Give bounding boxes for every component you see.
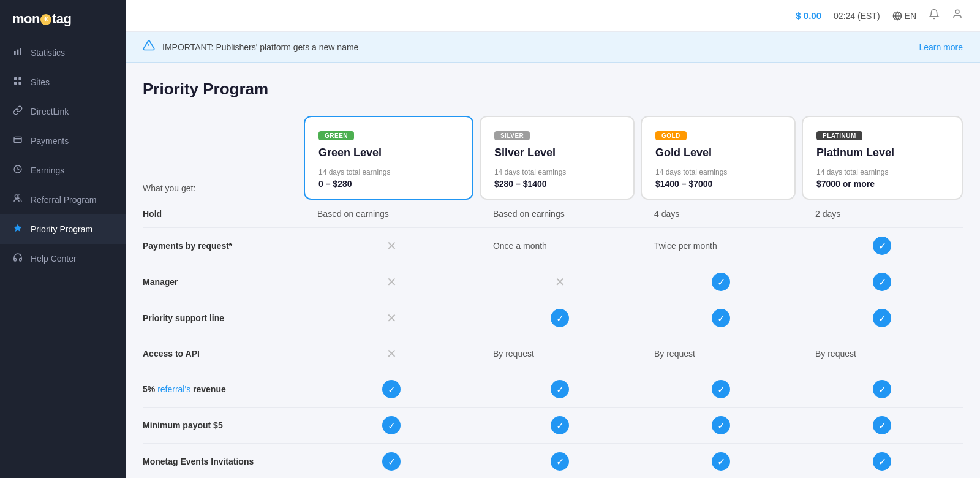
min-payout-label: Minimum payout $5 [143,408,304,444]
page-title: Priority Program [143,80,963,99]
sidebar-item-statistics-label: Statistics [31,48,65,58]
sidebar-item-payments[interactable]: Payments [0,126,126,156]
user-avatar[interactable] [952,9,963,23]
gold-events: ✓ [641,444,802,479]
time-display: 02:24 (EST) [834,11,880,21]
platinum-priority-support: ✓ [802,300,963,336]
notification-icon[interactable] [929,9,940,23]
green-payments-request: ✕ [304,228,480,264]
svg-rect-7 [14,137,21,142]
help-icon [12,252,23,265]
silver-referral-revenue: ✓ [480,371,641,408]
svg-marker-11 [13,224,21,232]
sidebar-item-earnings[interactable]: Earnings [0,156,126,185]
check-icon: ✓ [873,237,891,255]
green-level-name: Green Level [318,146,459,159]
green-manager: ✕ [304,264,480,300]
platinum-level-card: PLATINUM Platinum Level 14 days total ea… [802,116,963,200]
check-icon: ✓ [712,309,730,327]
silver-earnings-label: 14 days total earnings [494,168,620,176]
sidebar-item-help[interactable]: Help Center [0,244,126,273]
green-min-payout: ✓ [304,408,480,444]
sidebar-item-help-label: Help Center [31,254,77,264]
platinum-events: ✓ [802,444,963,479]
events-row: Monetag Events Invitations ✓ ✓ ✓ ✓ [143,444,963,479]
gold-api: By request [641,336,802,371]
platinum-manager: ✓ [802,264,963,300]
check-icon: ✓ [712,416,730,434]
gold-referral-revenue: ✓ [641,371,802,408]
green-badge: GREEN [318,131,354,140]
cross-icon: ✕ [383,345,400,362]
green-level-card: GREEN Green Level 14 days total earnings… [304,116,473,200]
green-level-header: GREEN Green Level 14 days total earnings… [304,116,480,200]
referral-revenue-label: 5% referral's revenue [143,371,304,408]
green-hold: Based on earnings [304,200,480,228]
green-earnings-value: 0 – $280 [318,179,459,189]
svg-rect-0 [14,51,16,55]
priority-table: What you get: GREEN Green Level 14 days … [143,116,963,478]
sidebar-item-payments-label: Payments [31,136,69,146]
sidebar-item-referral[interactable]: Referral Program [0,185,126,214]
check-icon: ✓ [382,452,401,471]
manager-label: Manager [143,264,304,300]
sites-icon [12,76,23,88]
green-referral-revenue: ✓ [304,371,480,408]
platinum-badge: PLATINUM [816,131,862,140]
api-row: Access to API ✕ By request By request By… [143,336,963,371]
gold-level-card: GOLD Gold Level 14 days total earnings $… [641,116,796,200]
platinum-min-payout: ✓ [802,408,963,444]
platinum-level-name: Platinum Level [816,146,948,159]
gold-badge: GOLD [655,131,687,140]
check-icon: ✓ [873,273,891,291]
levels-header-row: What you get: GREEN Green Level 14 days … [143,116,963,200]
platinum-earnings-label: 14 days total earnings [816,168,948,176]
logo-coin: € [40,14,51,25]
silver-min-payout: ✓ [480,408,641,444]
globe-icon [892,11,902,21]
silver-manager: ✕ [480,264,641,300]
check-icon: ✓ [712,380,730,398]
svg-rect-1 [17,50,19,55]
silver-hold: Based on earnings [480,200,641,228]
check-icon: ✓ [551,380,569,398]
language-selector[interactable]: EN [892,11,916,21]
platinum-level-header: PLATINUM Platinum Level 14 days total ea… [802,116,963,200]
banner-text: IMPORTANT: Publishers' platform gets a n… [162,42,358,52]
sidebar-item-directlink[interactable]: DirectLink [0,97,126,126]
statistics-icon [12,47,23,59]
logo-text: mon€tag [12,11,71,27]
green-earnings-label: 14 days total earnings [318,168,459,176]
label-column-header: What you get: [143,116,304,200]
silver-level-header: SILVER Silver Level 14 days total earnin… [480,116,641,200]
balance-display: $ 0.00 [796,10,821,21]
events-label: Monetag Events Invitations [143,444,304,479]
sidebar-item-statistics[interactable]: Statistics [0,38,126,67]
cross-icon: ✕ [551,273,568,290]
min-payout-row: Minimum payout $5 ✓ ✓ ✓ ✓ [143,408,963,444]
cross-icon: ✕ [383,309,400,327]
priority-support-label: Priority support line [143,300,304,336]
sidebar-item-sites-label: Sites [31,77,50,87]
gold-earnings-value: $1400 – $7000 [655,179,781,189]
gold-payments-request: Twice per month [641,228,802,264]
referral-link[interactable]: referral's [157,384,190,394]
header: $ 0.00 02:24 (EST) EN [126,0,980,32]
silver-earnings-value: $280 – $1400 [494,179,620,189]
check-icon: ✓ [551,309,569,327]
announcement-banner: IMPORTANT: Publishers' platform gets a n… [126,32,980,63]
sidebar-item-sites[interactable]: Sites [0,67,126,97]
learn-more-link[interactable]: Learn more [919,42,963,52]
referral-icon [12,194,23,206]
gold-level-name: Gold Level [655,146,781,159]
earnings-icon [12,164,23,176]
cross-icon: ✕ [383,237,400,254]
gold-priority-support: ✓ [641,300,802,336]
gold-hold: 4 days [641,200,802,228]
platinum-earnings-value: $7000 or more [816,179,948,189]
sidebar-item-priority[interactable]: Priority Program [0,214,126,244]
lang-label: EN [905,11,916,21]
payments-request-row: Payments by request* ✕ Once a month Twic… [143,228,963,264]
gold-earnings-label: 14 days total earnings [655,168,781,176]
sidebar: mon€tag Statistics Sites DirectLink Paym… [0,0,126,478]
